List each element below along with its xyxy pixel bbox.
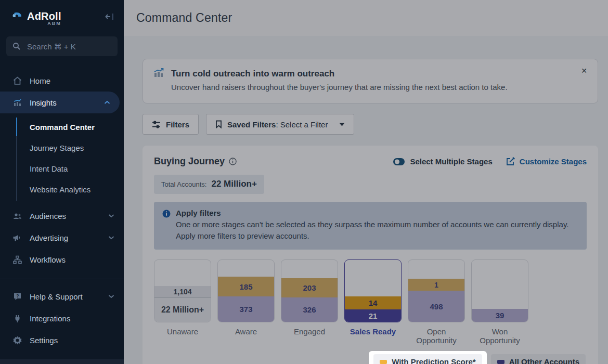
stage-segment-other: 326 bbox=[281, 297, 338, 322]
select-multiple-stages-toggle[interactable]: Select Multiple Stages bbox=[393, 157, 492, 166]
alert-title: Apply filters bbox=[176, 209, 578, 217]
sidebar-item-settings[interactable]: Settings bbox=[0, 329, 124, 351]
help-icon: ? bbox=[12, 292, 22, 302]
gold-swatch-icon bbox=[380, 360, 387, 364]
gear-icon bbox=[12, 335, 22, 345]
stage-bar: 203 326 bbox=[281, 259, 338, 322]
sub-item-label: Website Analytics bbox=[30, 185, 90, 194]
toggle-icon bbox=[393, 158, 405, 166]
banner-title: Turn cold outreach into warm outreach bbox=[171, 68, 334, 80]
sidebar-item-help-support[interactable]: ? Help & Support bbox=[0, 285, 124, 307]
edit-icon bbox=[506, 157, 515, 166]
chevron-down-icon bbox=[108, 294, 114, 298]
page-header: Command Center bbox=[124, 0, 608, 36]
sidebar: AdRoll ABM Home Insights bbox=[0, 0, 124, 364]
sliders-icon bbox=[152, 121, 161, 128]
insights-icon bbox=[12, 98, 22, 108]
stage-open-opportunity[interactable]: 1 498 Open Opportunity bbox=[408, 259, 465, 345]
search-icon bbox=[12, 42, 21, 50]
sidebar-item-audiences[interactable]: Audiences bbox=[0, 205, 124, 227]
stage-bar: 1,104 22 Million+ bbox=[154, 259, 211, 322]
insights-subnav: Command Center Journey Stages Intent Dat… bbox=[0, 113, 124, 205]
stage-aware[interactable]: 185 373 Aware bbox=[217, 259, 275, 345]
sidebar-item-journey-stages[interactable]: Journey Stages bbox=[0, 137, 124, 158]
buying-journey-card: Buying Journey Select Multiple Stages bbox=[143, 146, 598, 364]
info-icon[interactable] bbox=[229, 158, 237, 165]
chart-legend: With Prediction Score* All Other Account… bbox=[154, 351, 587, 364]
stage-segment-other: 39 bbox=[472, 309, 528, 322]
customize-stages-link[interactable]: Customize Stages bbox=[506, 157, 587, 166]
stage-segment-other: 373 bbox=[218, 296, 274, 322]
stage-unaware[interactable]: 1,104 22 Million+ Unaware bbox=[154, 259, 211, 345]
sidebar-item-website-analytics[interactable]: Website Analytics bbox=[0, 179, 124, 200]
search-input[interactable] bbox=[27, 42, 105, 51]
plug-icon bbox=[12, 314, 22, 323]
stage-label: Unaware bbox=[154, 327, 211, 336]
stage-segment-prediction: 14 bbox=[345, 296, 401, 309]
stage-won-opportunity[interactable]: 39 Won Opportunity bbox=[471, 259, 528, 345]
legend-with-prediction-score[interactable]: With Prediction Score* bbox=[373, 354, 482, 364]
sidebar-item-label: Integrations bbox=[30, 314, 70, 323]
stage-bar: 39 bbox=[471, 259, 528, 322]
sidebar-item-home[interactable]: Home bbox=[0, 70, 124, 92]
stage-bar: 14 21 bbox=[344, 259, 402, 322]
indigo-swatch-icon bbox=[497, 360, 504, 364]
stage-label: Engaged bbox=[281, 327, 338, 336]
stage-segment-other: 22 Million+ bbox=[154, 298, 211, 322]
sidebar-item-insights[interactable]: Insights bbox=[0, 92, 120, 113]
stage-bar: 1 498 bbox=[408, 259, 465, 322]
stage-sales-ready[interactable]: 14 21 Sales Ready bbox=[344, 259, 402, 345]
promo-banner: Turn cold outreach into warm outreach Un… bbox=[143, 59, 598, 103]
card-title: Buying Journey bbox=[154, 156, 225, 167]
alert-body: One or more stages can't be selected as … bbox=[176, 219, 571, 242]
legend-all-other-accounts[interactable]: All Other Accounts bbox=[491, 354, 586, 364]
sidebar-item-intent-data[interactable]: Intent Data bbox=[0, 158, 124, 179]
buying-journey-stages: 1,104 22 Million+ Unaware 185 373 Aware … bbox=[154, 259, 587, 345]
sidebar-collapse-icon[interactable] bbox=[105, 12, 114, 21]
legend-spotlight: With Prediction Score* bbox=[369, 351, 487, 364]
sidebar-footer-strip bbox=[0, 359, 124, 364]
logo-row: AdRoll ABM bbox=[0, 0, 124, 26]
stage-segment-prediction: 1 bbox=[408, 279, 464, 291]
saved-filters-dropdown[interactable]: Saved Filters: Select a Filter bbox=[206, 114, 354, 135]
sidebar-item-label: Audiences bbox=[30, 212, 66, 220]
sidebar-item-label: Insights bbox=[30, 98, 57, 107]
sidebar-item-command-center[interactable]: Command Center bbox=[0, 116, 124, 137]
info-filled-icon bbox=[162, 210, 171, 218]
stage-bar: 185 373 bbox=[217, 259, 275, 322]
workflows-icon bbox=[12, 255, 22, 265]
search-box[interactable] bbox=[6, 36, 118, 56]
stage-label: Aware bbox=[217, 327, 275, 336]
home-icon bbox=[12, 76, 22, 86]
stage-segment-other: 21 bbox=[345, 309, 401, 322]
select-multiple-stages-label: Select Multiple Stages bbox=[410, 157, 492, 166]
sidebar-item-advertising[interactable]: Advertising bbox=[0, 227, 124, 249]
brand-name: AdRoll bbox=[27, 10, 61, 22]
stage-segment-prediction: 1,104 bbox=[154, 286, 211, 298]
stage-engaged[interactable]: 203 326 Engaged bbox=[281, 259, 338, 345]
stage-label: Open Opportunity bbox=[408, 327, 465, 345]
close-icon[interactable]: ✕ bbox=[581, 67, 587, 74]
banner-subtitle: Uncover hand raisers throughout the buye… bbox=[171, 83, 587, 92]
svg-text:?: ? bbox=[16, 293, 19, 298]
legend-label: With Prediction Score* bbox=[392, 357, 476, 364]
legend-label: All Other Accounts bbox=[509, 357, 579, 364]
sidebar-item-label: Help & Support bbox=[30, 292, 83, 301]
sub-item-label: Command Center bbox=[30, 123, 95, 132]
saved-filters-label: Saved Filters bbox=[227, 120, 276, 129]
stage-segment-prediction: 185 bbox=[218, 277, 274, 296]
sidebar-item-label: Workflows bbox=[30, 255, 66, 264]
sidebar-item-integrations[interactable]: Integrations bbox=[0, 307, 124, 329]
filters-label: Filters bbox=[166, 120, 189, 129]
total-accounts-badge: Total Accounts: 22 Million+ bbox=[154, 175, 264, 194]
sidebar-item-label: Advertising bbox=[30, 233, 68, 242]
sidebar-item-workflows[interactable]: Workflows bbox=[0, 249, 124, 270]
chevron-up-icon bbox=[104, 100, 110, 105]
stage-segment-other: 498 bbox=[408, 291, 464, 322]
total-accounts-label: Total Accounts: bbox=[161, 180, 206, 188]
stage-label: Won Opportunity bbox=[471, 327, 528, 345]
sub-item-label: Intent Data bbox=[30, 164, 68, 173]
total-accounts-value: 22 Million+ bbox=[211, 179, 256, 189]
filters-button[interactable]: Filters bbox=[143, 114, 199, 135]
sidebar-divider bbox=[0, 279, 124, 279]
